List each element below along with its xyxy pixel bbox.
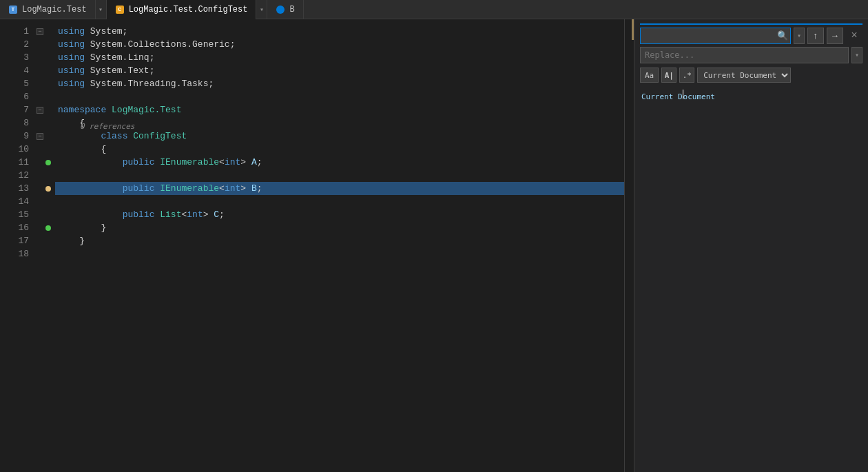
code-line-18 xyxy=(55,247,624,260)
margin-indicators xyxy=(45,19,55,472)
collapse-9[interactable]: − xyxy=(34,130,45,143)
scope-select[interactable]: Current Document Entire Solution Open Do… xyxy=(697,68,791,83)
line-num-8: 8 xyxy=(0,116,29,130)
code-line-15: public List<int> C; xyxy=(55,208,624,221)
tab-configtest-dropdown[interactable]: ▾ xyxy=(256,0,267,19)
tab-logmagic-test[interactable]: T LogMagic.Test xyxy=(0,0,96,19)
tab-extra-label: B xyxy=(289,5,294,14)
line-num-1: 1 xyxy=(0,25,29,38)
regex-btn[interactable]: .* xyxy=(679,68,694,83)
search-icon[interactable]: 🔍 xyxy=(777,30,788,41)
line-num-5: 5 xyxy=(0,77,29,90)
code-line-3: using System.Linq; xyxy=(55,51,624,64)
collapse-btn-9[interactable]: − xyxy=(37,133,43,140)
collapse-btn-7[interactable]: − xyxy=(37,107,43,114)
line-num-4: 4 xyxy=(0,64,29,77)
tab-logmagic-test-label: LogMagic.Test xyxy=(22,5,87,14)
code-line-10: { xyxy=(55,143,624,156)
line-numbers: 1 2 3 4 5 6 7 8 9 10 11 12 13 14 15 16 1… xyxy=(0,19,34,472)
line-num-6: 6 xyxy=(0,90,29,103)
line-num-12: 12 xyxy=(0,169,29,182)
replace-input[interactable] xyxy=(640,47,849,63)
line-num-2: 2 xyxy=(0,38,29,51)
code-line-4: using System.Text; xyxy=(55,64,624,77)
collapse-1[interactable]: − xyxy=(34,25,45,38)
dot-line-13 xyxy=(45,186,51,192)
collapse-btn-1[interactable]: − xyxy=(37,28,43,35)
find-close-btn[interactable]: × xyxy=(846,28,862,44)
tab-configtest[interactable]: C LogMagic.Test.ConfigTest xyxy=(107,0,257,19)
code-line-5: using System.Threading.Tasks; xyxy=(55,77,624,90)
line-num-17: 17 xyxy=(0,234,29,247)
tab-extra-icon xyxy=(276,5,285,14)
find-dropdown-btn[interactable]: ▾ xyxy=(794,28,805,44)
code-line-17: } xyxy=(55,234,624,247)
svg-point-0 xyxy=(276,6,285,14)
tab-bar: T LogMagic.Test ▾ C LogMagic.Test.Config… xyxy=(0,0,868,19)
collapse-7[interactable]: − xyxy=(34,103,45,116)
tab-config-icon: C xyxy=(115,5,125,14)
line-num-7: 7 xyxy=(0,103,29,116)
code-line-6 xyxy=(55,90,624,103)
code-line-8: { xyxy=(55,116,624,130)
code-line-9: class ConfigTest xyxy=(55,130,624,143)
line-num-14: 14 xyxy=(0,195,29,208)
replace-row: ▾ xyxy=(640,47,862,63)
match-case-btn[interactable]: Aa xyxy=(640,68,659,83)
replace-dropdown-btn[interactable]: ▾ xyxy=(851,47,862,63)
code-line-2: using System.Collections.Generic; xyxy=(55,38,624,51)
code-line-11: public IEnumerable<int> A; xyxy=(55,156,624,169)
editor-area[interactable]: 1 2 3 4 5 6 7 8 9 10 11 12 13 14 15 16 1… xyxy=(0,19,634,472)
code-line-1: using System; xyxy=(55,25,624,38)
tab-logmagic-test-dropdown[interactable]: ▾ xyxy=(96,0,107,19)
tab-configtest-label: LogMagic.Test.ConfigTest xyxy=(129,5,248,14)
find-row: 🔍 ▾ ↑ → × xyxy=(640,28,862,44)
match-word-btn[interactable]: A| xyxy=(661,68,676,83)
tab-test-icon: T xyxy=(8,5,18,14)
code-editor[interactable]: using System; using System.Collections.G… xyxy=(55,19,624,472)
line-num-16: 16 xyxy=(0,221,29,234)
minimap-scroll[interactable] xyxy=(624,19,634,472)
find-replace-panel: 🔍 ▾ ↑ → × ▾ Aa A| .* Current Document En… xyxy=(634,19,868,472)
code-line-9-wrap: 0 references class ConfigTest xyxy=(55,130,624,143)
line-num-3: 3 xyxy=(0,51,29,64)
line-num-15: 15 xyxy=(0,208,29,221)
line-num-10: 10 xyxy=(0,143,29,156)
line-num-11: 11 xyxy=(0,156,29,169)
options-row: Aa A| .* Current Document Entire Solutio… xyxy=(640,68,862,83)
code-line-13: public IEnumerable<int> B; xyxy=(55,182,624,195)
code-line-12 xyxy=(55,169,624,182)
code-line-7: namespace LogMagic.Test xyxy=(55,103,624,116)
tab-extra[interactable]: B xyxy=(267,0,303,19)
panel-border xyxy=(640,23,862,25)
code-line-14 xyxy=(55,195,624,208)
code-line-16: } xyxy=(55,221,624,234)
dot-line-16 xyxy=(45,225,51,231)
line-num-18: 18 xyxy=(0,247,29,260)
find-prev-btn[interactable]: ↑ xyxy=(807,28,824,44)
cursor-tooltip: Current Document xyxy=(640,90,862,101)
collapse-gutter: − − − xyxy=(34,19,45,472)
scroll-marker-yellow xyxy=(632,19,634,40)
main-area: 1 2 3 4 5 6 7 8 9 10 11 12 13 14 15 16 1… xyxy=(0,19,868,472)
line-num-13: 13 xyxy=(0,182,29,195)
line-num-9: 9 xyxy=(0,130,29,143)
search-input-wrap: 🔍 xyxy=(640,28,791,44)
search-input[interactable] xyxy=(640,28,791,44)
dot-line-11 xyxy=(45,160,51,165)
find-next-btn[interactable]: → xyxy=(827,28,843,44)
